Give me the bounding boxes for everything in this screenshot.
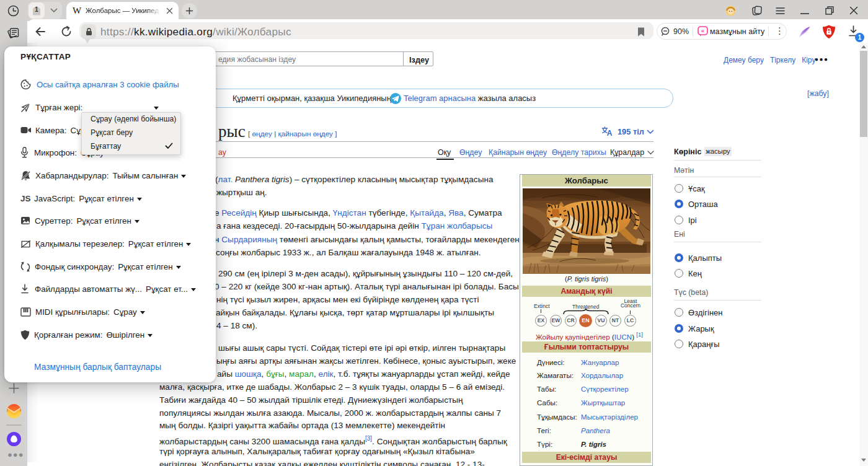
svg-text:A: A <box>607 129 613 137</box>
svg-text:«: « <box>701 27 704 34</box>
